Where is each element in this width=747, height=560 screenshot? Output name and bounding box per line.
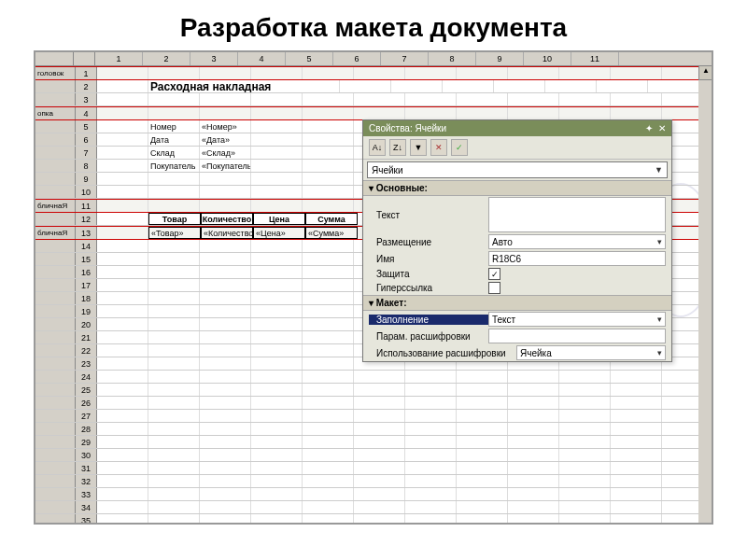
grid-cell[interactable]: Покупатель	[148, 160, 200, 172]
grid-cell[interactable]	[97, 292, 148, 304]
grid-cell[interactable]	[200, 436, 251, 448]
grid-cell[interactable]	[148, 488, 200, 500]
grid-cell[interactable]	[251, 436, 303, 448]
row-number[interactable]: 8	[76, 160, 97, 172]
grid-cell[interactable]	[457, 462, 508, 474]
grid-cell[interactable]	[97, 305, 148, 317]
grid-cell[interactable]	[508, 423, 559, 435]
grid-cell[interactable]	[303, 436, 354, 448]
grid-cell[interactable]	[148, 410, 200, 422]
grid-cell[interactable]	[354, 371, 405, 383]
row-number[interactable]: 3	[76, 93, 97, 105]
row-number[interactable]: 24	[76, 371, 97, 383]
grid-cell[interactable]	[148, 253, 200, 265]
grid-cell[interactable]	[457, 107, 508, 119]
grid-cell[interactable]	[611, 423, 662, 435]
prop-protection-checkbox[interactable]: ✓	[488, 268, 500, 280]
grid-cell[interactable]	[251, 449, 303, 461]
grid-cell[interactable]	[559, 488, 611, 500]
grid-cell[interactable]	[303, 186, 354, 198]
row-number[interactable]: 10	[76, 186, 97, 198]
grid-cell[interactable]	[559, 423, 611, 435]
grid-cell[interactable]	[303, 292, 354, 304]
grid-cell[interactable]: Сумма	[305, 213, 358, 225]
grid-cell[interactable]	[303, 67, 354, 79]
row-number[interactable]: 12	[76, 213, 97, 225]
row-number[interactable]: 20	[76, 318, 97, 330]
grid-cell[interactable]	[251, 305, 303, 317]
grid-cell[interactable]	[611, 107, 662, 119]
grid-cell[interactable]	[200, 292, 251, 304]
grid-cell[interactable]	[303, 397, 354, 409]
grid-cell[interactable]	[251, 397, 303, 409]
grid-cell[interactable]	[303, 107, 354, 119]
grid-cell[interactable]	[200, 279, 251, 291]
column-header[interactable]: 6	[333, 52, 381, 65]
grid-cell[interactable]	[303, 410, 354, 422]
grid-cell[interactable]	[303, 514, 354, 525]
grid-cell[interactable]	[405, 410, 457, 422]
grid-cell[interactable]	[457, 475, 508, 487]
row-number[interactable]: 19	[76, 305, 97, 317]
grid-cell[interactable]	[611, 449, 662, 461]
grid-cell[interactable]	[303, 305, 354, 317]
grid-cell[interactable]	[148, 266, 200, 278]
grid-cell[interactable]	[303, 266, 354, 278]
grid-cell[interactable]	[508, 514, 559, 525]
grid-cell[interactable]	[251, 371, 303, 383]
grid-cell[interactable]	[251, 160, 303, 172]
grid-cell[interactable]	[251, 475, 303, 487]
grid-cell[interactable]	[251, 292, 303, 304]
row-number[interactable]: 16	[76, 266, 97, 278]
grid-cell[interactable]	[354, 449, 405, 461]
grid-cell[interactable]	[97, 436, 148, 448]
grid-cell[interactable]	[200, 318, 251, 330]
grid-cell[interactable]	[303, 318, 354, 330]
grid-cell[interactable]	[354, 436, 405, 448]
grid-cell[interactable]	[148, 514, 200, 525]
grid-cell[interactable]	[303, 449, 354, 461]
grid-cell[interactable]	[303, 462, 354, 474]
grid-cell[interactable]	[200, 266, 251, 278]
grid-cell[interactable]	[97, 331, 148, 343]
filter-button[interactable]: ▼	[410, 139, 427, 156]
grid-cell[interactable]	[508, 67, 559, 79]
prop-use-decrypt-select[interactable]: Ячейка▾	[516, 345, 666, 360]
grid-cell[interactable]	[303, 173, 354, 185]
grid-cell[interactable]	[354, 423, 405, 435]
column-header[interactable]: 4	[238, 52, 286, 65]
grid-cell[interactable]	[457, 384, 508, 396]
grid-cell[interactable]	[97, 160, 148, 172]
grid-cell[interactable]	[148, 331, 200, 343]
row-number[interactable]: 30	[76, 449, 97, 461]
column-header[interactable]: 5	[286, 52, 333, 65]
sort-alt-button[interactable]: Z↓	[389, 139, 406, 156]
column-header[interactable]: 2	[143, 52, 190, 65]
grid-cell[interactable]	[508, 436, 559, 448]
prop-hyperlink-checkbox[interactable]	[488, 282, 500, 294]
grid-cell[interactable]: Товар	[148, 213, 201, 225]
grid-cell[interactable]	[97, 384, 148, 396]
grid-cell[interactable]	[405, 93, 457, 105]
grid-cell[interactable]	[251, 253, 303, 265]
grid-cell[interactable]	[405, 462, 457, 474]
grid-cell[interactable]	[457, 423, 508, 435]
grid-cell[interactable]	[508, 107, 559, 119]
grid-cell[interactable]	[354, 410, 405, 422]
grid-cell[interactable]	[303, 344, 354, 357]
grid-cell[interactable]	[303, 488, 354, 500]
grid-cell[interactable]	[200, 449, 251, 461]
scroll-up-button[interactable]: ▲	[698, 65, 713, 80]
row-number[interactable]: 2	[76, 80, 97, 92]
grid-cell[interactable]	[200, 488, 251, 500]
grid-cell[interactable]	[457, 514, 508, 525]
grid-cell[interactable]	[200, 186, 251, 198]
grid-cell[interactable]	[559, 475, 611, 487]
row-number[interactable]: 5	[76, 120, 97, 133]
grid-cell[interactable]	[200, 514, 251, 525]
grid-cell[interactable]	[97, 371, 148, 383]
grid-cell[interactable]	[611, 397, 662, 409]
grid-cell[interactable]: Номер	[148, 120, 200, 133]
grid-cell[interactable]	[200, 200, 251, 212]
row-number[interactable]: 22	[76, 344, 97, 357]
